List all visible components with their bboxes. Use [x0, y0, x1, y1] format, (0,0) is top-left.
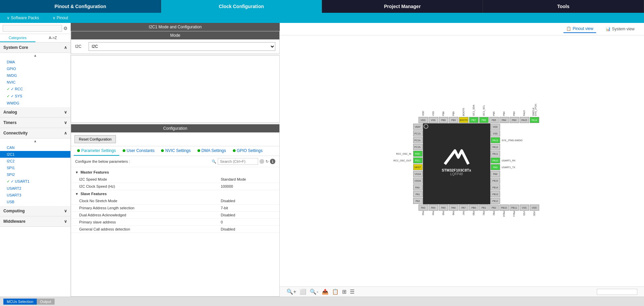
- sub-nav-item[interactable]: ∨ Pinout: [53, 16, 68, 20]
- pin-box[interactable]: PA7: [459, 205, 468, 211]
- pin-box[interactable]: PB12: [491, 198, 500, 204]
- pin-box[interactable]: VDDA: [413, 178, 423, 184]
- sidebar-item-gpio[interactable]: GPIO: [0, 65, 70, 72]
- pin-box[interactable]: PD1-: [413, 157, 423, 163]
- sub-nav-item[interactable]: ∨ Software Packs: [7, 16, 39, 20]
- sidebar-item-i2c1[interactable]: I2C1: [0, 151, 70, 158]
- sidebar-item-wwdg[interactable]: WWDG: [0, 100, 70, 106]
- pin-box[interactable]: VSS: [429, 117, 438, 123]
- sidebar-item-dma[interactable]: DMA: [0, 59, 70, 65]
- pin-box[interactable]: PB0: [469, 205, 479, 211]
- pin-box[interactable]: VSS: [491, 130, 500, 136]
- pin-box[interactable]: PC14-: [413, 137, 423, 143]
- config-tab-dma-settings[interactable]: DMA Settings: [194, 146, 229, 156]
- pin-box[interactable]: PB2: [489, 205, 499, 211]
- nav-tab-project-manager[interactable]: Project Manager: [322, 0, 483, 13]
- sidebar-section-header[interactable]: Timers∨: [0, 118, 70, 128]
- pin-box[interactable]: PA13: [491, 137, 500, 143]
- sidebar-item-usart1[interactable]: ✓ USART1: [0, 178, 70, 185]
- pin-box[interactable]: PB11: [510, 205, 519, 211]
- pin-box[interactable]: PC15-: [413, 144, 423, 150]
- sidebar-section-header[interactable]: Analog∨: [0, 107, 70, 118]
- pin-box[interactable]: PA12: [491, 144, 500, 150]
- pin-box[interactable]: PB3: [510, 117, 519, 123]
- sidebar-item-usart3[interactable]: USART3: [0, 192, 70, 198]
- params-search-input[interactable]: [218, 158, 258, 165]
- copy-icon[interactable]: 📋: [332, 288, 339, 295]
- sidebar-item-usart2[interactable]: USART2: [0, 185, 70, 192]
- pin-box[interactable]: PD0-: [413, 151, 423, 157]
- pin-box[interactable]: VDD: [530, 205, 539, 211]
- pin-box[interactable]: PB4: [499, 117, 509, 123]
- nav-tab-tools[interactable]: Tools: [483, 0, 644, 13]
- pin-box[interactable]: PB13: [491, 191, 500, 197]
- config-tab-user-constants[interactable]: User Constants: [119, 146, 158, 156]
- pin-box[interactable]: PA10: [491, 157, 500, 163]
- sidebar-section-header[interactable]: System Core∧: [0, 42, 70, 53]
- scroll-up-arrow[interactable]: ▲: [0, 53, 70, 58]
- pin-box[interactable]: PB5: [489, 117, 499, 123]
- pin-box[interactable]: PB9: [449, 117, 458, 123]
- pin-box[interactable]: PA3: [419, 205, 428, 211]
- pin-box[interactable]: VBAT: [413, 124, 423, 130]
- pin-box[interactable]: VDD: [491, 124, 500, 130]
- pin-box[interactable]: PA8: [491, 171, 500, 177]
- zoom-in-icon[interactable]: 🔍+: [286, 288, 296, 295]
- zoom-out-icon[interactable]: 🔍-: [310, 288, 318, 295]
- pin-box[interactable]: PB1: [479, 205, 489, 211]
- sidebar-section-header[interactable]: Middleware∨: [0, 216, 70, 227]
- pin-box[interactable]: VSSA: [413, 171, 423, 177]
- reset-config-button[interactable]: Reset Configuration: [74, 135, 116, 143]
- sidebar-search-input[interactable]: [3, 25, 62, 32]
- list-icon[interactable]: ☰: [350, 288, 355, 295]
- pin-box[interactable]: PA2: [413, 198, 423, 204]
- sidebar-tab-a--z[interactable]: A->Z: [35, 34, 71, 42]
- mode-select[interactable]: I2C Disable SM Bus Alert only mode: [89, 42, 275, 51]
- pin-box[interactable]: VDD: [419, 117, 428, 123]
- pin-box[interactable]: PA9: [491, 164, 500, 170]
- pin-box[interactable]: PC13-: [413, 130, 423, 136]
- pinout-view-tab[interactable]: 📋 Pinout view: [563, 25, 596, 33]
- pin-box[interactable]: NRST: [413, 164, 423, 170]
- pin-box[interactable]: PA4: [429, 205, 438, 211]
- pin-box[interactable]: PB6: [479, 117, 489, 123]
- pin-box[interactable]: PA5: [439, 205, 448, 211]
- sidebar-item-i2c2[interactable]: I2C2: [0, 158, 70, 164]
- sidebar-item-spi1[interactable]: SPI1: [0, 164, 70, 171]
- nav-tab-pinout-&-configuration[interactable]: Pinout & Configuration: [0, 0, 161, 13]
- pin-box[interactable]: PA14: [530, 117, 539, 123]
- param-group-header[interactable]: ▼Master Features: [71, 169, 279, 176]
- bottom-tab-mcus-selection[interactable]: MCUs Selection: [3, 299, 37, 305]
- nav-tab-clock-configuration[interactable]: Clock Configuration: [161, 0, 322, 13]
- sidebar-section-header[interactable]: Computing∨: [0, 206, 70, 216]
- pin-box[interactable]: PA15: [520, 117, 529, 123]
- fit-icon[interactable]: ⬜: [300, 288, 306, 295]
- zoom-search-input[interactable]: [597, 289, 637, 295]
- pin-box[interactable]: PA11: [491, 151, 500, 157]
- bottom-tab-output[interactable]: Output: [37, 299, 55, 305]
- config-tab-parameter-settings[interactable]: Parameter Settings: [74, 146, 119, 156]
- sidebar-section-header[interactable]: Connectivity∧: [0, 128, 70, 139]
- pin-box[interactable]: PB7: [469, 117, 479, 123]
- sidebar-item-can[interactable]: CAN: [0, 144, 70, 151]
- config-tab-gpio-settings[interactable]: GPIO Settings: [229, 146, 266, 156]
- sidebar-item-spi2[interactable]: SPI2: [0, 171, 70, 178]
- pin-box[interactable]: BOOT0: [459, 117, 468, 123]
- pin-box[interactable]: PB14: [491, 184, 500, 190]
- system-view-tab[interactable]: 📊 System view: [603, 25, 637, 33]
- pin-box[interactable]: PB10: [499, 205, 509, 211]
- gear-icon[interactable]: ⚙: [63, 26, 68, 31]
- scroll-up-arrow[interactable]: ▲: [0, 139, 70, 144]
- sidebar-item-nvic[interactable]: NVIC: [0, 79, 70, 86]
- sidebar-item-rcc[interactable]: ✓ RCC: [0, 86, 70, 93]
- refresh-icon[interactable]: ↻: [266, 159, 269, 164]
- pin-box[interactable]: PA1: [413, 191, 423, 197]
- pin-box[interactable]: PB15: [491, 178, 500, 184]
- config-tab-nvic-settings[interactable]: NVIC Settings: [158, 146, 194, 156]
- pin-box[interactable]: PA0-: [413, 184, 423, 190]
- sidebar-item-iwdg[interactable]: IWDG: [0, 72, 70, 79]
- sidebar-tab-categories[interactable]: Categories: [0, 34, 35, 42]
- export-icon[interactable]: 📤: [322, 288, 329, 295]
- pin-box[interactable]: VSS: [520, 205, 529, 211]
- pin-box[interactable]: PB8: [439, 117, 448, 123]
